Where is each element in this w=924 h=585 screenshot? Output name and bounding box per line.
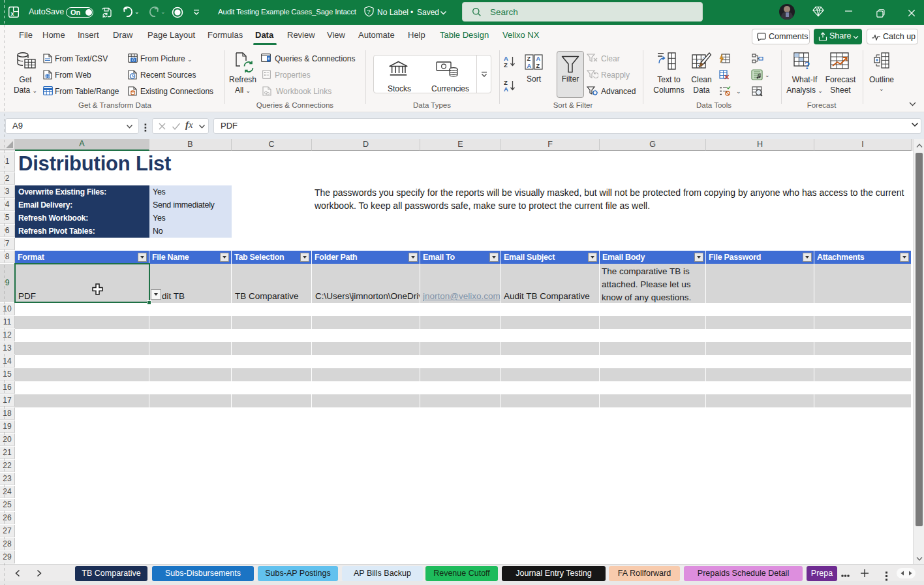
svg-text:Z: Z bbox=[504, 61, 508, 68]
svg-text:Z: Z bbox=[536, 63, 540, 69]
svg-text:x: x bbox=[10, 10, 14, 17]
svg-text:A: A bbox=[536, 55, 541, 62]
svg-text:Z: Z bbox=[527, 55, 531, 62]
svg-text:?: ? bbox=[367, 8, 370, 15]
svg-text:?: ? bbox=[805, 59, 810, 70]
svg-text:A: A bbox=[504, 86, 508, 92]
svg-text:A: A bbox=[527, 63, 532, 69]
